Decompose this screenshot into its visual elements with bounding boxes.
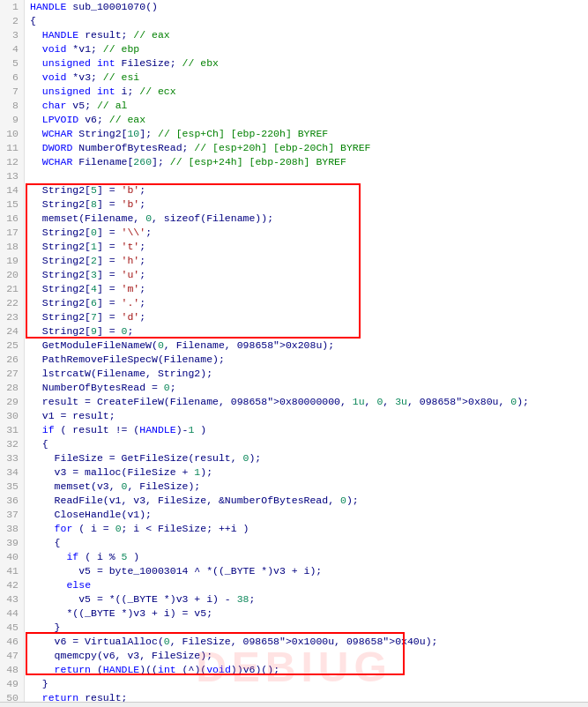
table-row: 4 void *v1; // ebp — [0, 42, 588, 56]
table-row: 44 *((_BYTE *)v3 + i) = v5; — [0, 607, 588, 621]
table-row: 39 { — [0, 536, 588, 550]
line-number: 39 — [0, 536, 25, 550]
line-content: memset(Filename, 0, sizeof(Filename)); — [25, 212, 588, 226]
table-row: 18 String2[1] = 't'; — [0, 240, 588, 254]
line-content: String2[6] = '.'; — [25, 296, 588, 310]
line-number: 5 — [0, 56, 25, 71]
line-number: 41 — [0, 564, 25, 578]
line-content: unsigned int i; // ecx — [25, 85, 588, 99]
table-row: 16 memset(Filename, 0, sizeof(Filename))… — [0, 212, 588, 226]
line-content: LPVOID v6; // eax — [25, 113, 588, 127]
line-number: 32 — [0, 437, 25, 451]
table-row: 45 } — [0, 621, 588, 635]
table-row: 6 void *v3; // esi — [0, 71, 588, 85]
line-number: 36 — [0, 494, 25, 508]
line-content: WCHAR String2[10]; // [esp+Ch] [ebp-220h… — [25, 127, 588, 141]
line-content: String2[2] = 'h'; — [25, 254, 588, 268]
line-number: 30 — [0, 409, 25, 423]
table-row: 2{ — [0, 14, 588, 28]
line-content: HANDLE result; // eax — [25, 28, 588, 42]
line-number: 4 — [0, 42, 25, 56]
code-area: 1HANDLE sub_10001070()2{3 HANDLE result;… — [0, 0, 588, 707]
table-row: 7 unsigned int i; // ecx — [0, 85, 588, 99]
table-row: 5 unsigned int FileSize; // ebx — [0, 56, 588, 71]
line-content: { — [25, 14, 588, 28]
table-row: 25 GetModuleFileNameW(0, Filename, 09865… — [0, 339, 588, 353]
line-content: CloseHandle(v1); — [25, 508, 588, 522]
line-number: 10 — [0, 127, 25, 141]
line-number: 45 — [0, 621, 25, 635]
table-row: 22 String2[6] = '.'; — [0, 296, 588, 310]
table-row: 47 qmemcpy(v6, v3, FileSize); — [0, 649, 588, 663]
table-row: 12 WCHAR Filename[260]; // [esp+24h] [eb… — [0, 155, 588, 169]
line-content: String2[4] = 'm'; — [25, 282, 588, 296]
line-number: 16 — [0, 212, 25, 226]
line-content: String2[0] = '\\'; — [25, 226, 588, 240]
table-row: 13 — [0, 169, 588, 183]
line-content: else — [25, 578, 588, 592]
status-bar: 0000047E sub_10001070:51 (1000107E) — [0, 702, 588, 707]
line-number: 11 — [0, 141, 25, 155]
table-row: 30 v1 = result; — [0, 409, 588, 423]
line-number: 28 — [0, 381, 25, 395]
table-row: 27 lstrcatW(Filename, String2); — [0, 367, 588, 381]
line-content: lstrcatW(Filename, String2); — [25, 367, 588, 381]
line-content: v1 = result; — [25, 409, 588, 423]
table-row: 37 CloseHandle(v1); — [0, 508, 588, 522]
line-number: 47 — [0, 649, 25, 663]
table-row: 43 v5 = *((_BYTE *)v3 + i) - 38; — [0, 592, 588, 607]
code-container: 1HANDLE sub_10001070()2{3 HANDLE result;… — [0, 0, 588, 707]
line-number: 1 — [0, 0, 25, 14]
table-row: 10 WCHAR String2[10]; // [esp+Ch] [ebp-2… — [0, 127, 588, 141]
table-row: 8 char v5; // al — [0, 99, 588, 113]
line-number: 13 — [0, 169, 25, 183]
table-row: 26 PathRemoveFileSpecW(Filename); — [0, 353, 588, 367]
table-row: 24 String2[9] = 0; — [0, 324, 588, 339]
line-number: 33 — [0, 451, 25, 465]
table-row: 28 NumberOfBytesRead = 0; — [0, 381, 588, 395]
line-number: 19 — [0, 254, 25, 268]
line-number: 8 — [0, 99, 25, 113]
table-row: 14 String2[5] = 'b'; — [0, 183, 588, 197]
line-content: v5 = *((_BYTE *)v3 + i) - 38; — [25, 592, 588, 607]
line-number: 15 — [0, 197, 25, 212]
line-content: void *v3; // esi — [25, 71, 588, 85]
table-row: 29 result = CreateFileW(Filename, 098658… — [0, 395, 588, 409]
line-number: 49 — [0, 677, 25, 691]
table-row: 1HANDLE sub_10001070() — [0, 0, 588, 14]
line-content: WCHAR Filename[260]; // [esp+24h] [ebp-2… — [25, 155, 588, 169]
line-content: v3 = malloc(FileSize + 1); — [25, 465, 588, 480]
table-row: 40 if ( i % 5 ) — [0, 550, 588, 564]
line-content: result = CreateFileW(Filename, 098658">0… — [25, 395, 588, 409]
line-content: ReadFile(v1, v3, FileSize, &NumberOfByte… — [25, 494, 588, 508]
table-row: 3 HANDLE result; // eax — [0, 28, 588, 42]
table-row: 31 if ( result != (HANDLE)-1 ) — [0, 423, 588, 437]
line-content: memset(v3, 0, FileSize); — [25, 480, 588, 494]
line-content — [25, 169, 588, 183]
line-number: 18 — [0, 240, 25, 254]
line-number: 24 — [0, 324, 25, 339]
line-content: } — [25, 621, 588, 635]
table-row: 21 String2[4] = 'm'; — [0, 282, 588, 296]
table-row: 20 String2[3] = 'u'; — [0, 268, 588, 282]
line-number: 44 — [0, 607, 25, 621]
line-content: *((_BYTE *)v3 + i) = v5; — [25, 607, 588, 621]
line-number: 34 — [0, 465, 25, 480]
table-row: 11 DWORD NumberOfBytesRead; // [esp+20h]… — [0, 141, 588, 155]
line-content: String2[5] = 'b'; — [25, 183, 588, 197]
line-number: 12 — [0, 155, 25, 169]
line-number: 31 — [0, 423, 25, 437]
line-number: 2 — [0, 14, 25, 28]
line-content: FileSize = GetFileSize(result, 0); — [25, 451, 588, 465]
line-content: String2[9] = 0; — [25, 324, 588, 339]
line-number: 48 — [0, 663, 25, 677]
table-row: 17 String2[0] = '\\'; — [0, 226, 588, 240]
line-number: 14 — [0, 183, 25, 197]
line-content: PathRemoveFileSpecW(Filename); — [25, 353, 588, 367]
line-content: NumberOfBytesRead = 0; — [25, 381, 588, 395]
table-row: 33 FileSize = GetFileSize(result, 0); — [0, 451, 588, 465]
line-number: 29 — [0, 395, 25, 409]
line-number: 46 — [0, 635, 25, 649]
line-number: 38 — [0, 522, 25, 536]
line-number: 7 — [0, 85, 25, 99]
